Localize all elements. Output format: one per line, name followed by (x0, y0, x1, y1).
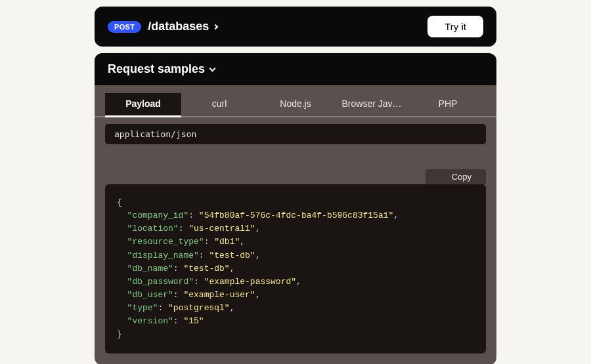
tab-php[interactable]: PHP (410, 93, 486, 116)
content-type-selector[interactable]: application/json (105, 124, 486, 144)
chevron-down-icon (209, 65, 216, 71)
request-samples-title: Request samples (108, 62, 205, 76)
endpoint-path-text: /databases (148, 20, 209, 33)
endpoint-left: POST /databases (108, 20, 217, 33)
request-samples-panel: Request samples Payload curl Node.js Bro… (95, 53, 496, 364)
copy-button[interactable]: Copy (426, 169, 486, 184)
request-samples-header[interactable]: Request samples (95, 53, 496, 85)
sample-tabs: Payload curl Node.js Browser Jav… PHP (95, 85, 496, 117)
tab-nodejs[interactable]: Node.js (257, 93, 334, 116)
copy-row: Copy (95, 144, 496, 184)
endpoint-path[interactable]: /databases (148, 20, 217, 33)
try-it-button[interactable]: Try it (427, 16, 483, 37)
tab-curl[interactable]: curl (181, 93, 257, 116)
endpoint-bar: POST /databases Try it (95, 7, 496, 47)
http-method-badge: POST (108, 21, 141, 33)
endpoint-panel: POST /databases Try it (95, 7, 496, 47)
payload-code-block[interactable]: { "company_id": "54fb80af-576c-4fdc-ba4f… (105, 184, 486, 354)
chevron-right-icon (213, 24, 218, 29)
content-type-row: application/json (95, 117, 496, 144)
tab-payload[interactable]: Payload (105, 93, 181, 117)
tab-browser-js[interactable]: Browser Jav… (334, 93, 410, 116)
